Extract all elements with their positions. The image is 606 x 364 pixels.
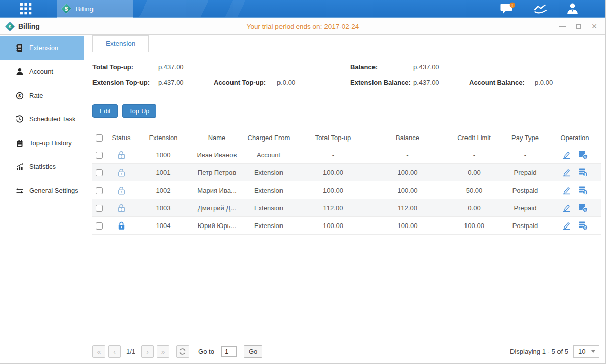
extension-topup-label: Extension Top-up: xyxy=(92,75,150,90)
row-checkbox[interactable] xyxy=(96,187,103,194)
cell-balance: 100.00 xyxy=(369,164,446,181)
account-balance-value: p.0.00 xyxy=(535,75,553,90)
lock-open-icon[interactable] xyxy=(117,168,126,177)
cell-credit-limit: 0.00 xyxy=(446,164,502,181)
cell-total-topup: 100.00 xyxy=(297,164,369,181)
total-topup-value: p.437.00 xyxy=(158,59,184,75)
cell-name: Юрий Юрь... xyxy=(194,217,240,235)
window-title: Billing xyxy=(18,22,40,30)
svg-text:$: $ xyxy=(584,208,586,212)
summary-panel: Total Top-up: p.437.00 Balance: p.437.00… xyxy=(92,59,601,90)
cell-name: Дмитрий Д... xyxy=(194,199,240,217)
table-row: 1004Юрий Юрь...Extension100.00100.00100.… xyxy=(92,217,601,235)
main-panel: Extension Total Top-up: p.437.00 Balance… xyxy=(84,35,605,364)
first-page-button[interactable]: « xyxy=(92,345,105,358)
tab-bar: Extension xyxy=(92,35,601,52)
top-up-coins-icon[interactable]: $ xyxy=(578,203,588,213)
sidebar-item-extension[interactable]: Extension xyxy=(0,36,84,60)
cell-credit-limit: 50.00 xyxy=(446,181,502,199)
sidebar-item-label: Rate xyxy=(29,92,43,99)
edit-button[interactable]: Edit xyxy=(92,104,118,118)
taskbar-tab-label: Billing xyxy=(76,5,94,13)
svg-text:$: $ xyxy=(65,6,68,12)
column-header-extension: Extension xyxy=(133,129,194,146)
cell-total-topup: 100.00 xyxy=(297,217,369,235)
row-checkbox[interactable] xyxy=(96,169,103,176)
last-page-button[interactable]: » xyxy=(157,345,169,358)
sidebar-item-top-up-history[interactable]: Top-up History xyxy=(0,131,84,155)
page-info: 1/1 xyxy=(126,348,135,355)
row-checkbox[interactable] xyxy=(96,152,103,159)
svg-text:$: $ xyxy=(584,172,586,176)
tab-extension[interactable]: Extension xyxy=(92,35,149,52)
trial-notice: Your trial period ends on: 2017-02-24 xyxy=(0,23,605,30)
lock-open-icon[interactable] xyxy=(117,186,126,195)
billing-window: $ Billing ! $ Billing Your trial period … xyxy=(0,0,606,364)
row-checkbox[interactable] xyxy=(96,205,103,212)
cell-name: Иван Иванов xyxy=(194,146,240,164)
cell-charged-from: Account xyxy=(240,146,297,164)
svg-text:$: $ xyxy=(18,93,21,98)
cell-extension: 1001 xyxy=(133,164,194,181)
extension-topup-value: p.437.00 xyxy=(158,75,184,90)
history-clock-icon xyxy=(15,115,24,123)
edit-pencil-icon[interactable] xyxy=(562,186,571,195)
billing-dollar-icon: $ xyxy=(61,3,72,14)
app-grid-icon[interactable] xyxy=(19,2,32,15)
select-all-checkbox[interactable] xyxy=(96,134,103,142)
column-header-charged-from: Charged From xyxy=(240,129,297,146)
cell-balance: 100.00 xyxy=(369,217,446,235)
column-header-total-top-up: Total Top-up xyxy=(297,129,369,146)
table-row: 1003Дмитрий Д...Extension112.00112.000.0… xyxy=(92,199,601,217)
cell-charged-from: Extension xyxy=(240,199,297,217)
prev-page-button[interactable]: ‹ xyxy=(108,345,121,358)
edit-pencil-icon[interactable] xyxy=(562,221,571,230)
sidebar-item-statistics[interactable]: Statistics xyxy=(0,155,84,178)
edit-pencil-icon[interactable] xyxy=(562,151,571,159)
sidebar-item-general-settings[interactable]: General Settings xyxy=(0,178,84,202)
page-size-select[interactable]: 10 xyxy=(573,345,599,358)
refresh-icon[interactable] xyxy=(176,345,189,358)
row-checkbox[interactable] xyxy=(96,222,103,230)
svg-text:$: $ xyxy=(9,23,12,29)
sidebar-item-rate[interactable]: $Rate xyxy=(0,83,84,107)
reports-chart-icon[interactable] xyxy=(533,3,548,15)
next-page-button[interactable]: › xyxy=(141,345,154,358)
sidebar-item-label: Top-up History xyxy=(29,139,72,147)
lock-open-icon[interactable] xyxy=(117,203,126,213)
balance-value: p.437.00 xyxy=(413,59,439,75)
top-up-button[interactable]: Top Up xyxy=(122,104,157,118)
edit-pencil-icon[interactable] xyxy=(562,204,571,212)
top-up-coins-icon[interactable]: $ xyxy=(578,168,588,177)
top-up-coins-icon[interactable]: $ xyxy=(578,221,588,231)
goto-page-input[interactable] xyxy=(221,346,237,357)
taskbar-tab-billing[interactable]: $ Billing xyxy=(57,0,133,18)
column-header-balance: Balance xyxy=(369,129,446,146)
cell-pay-type: Postpaid xyxy=(502,217,548,235)
close-icon[interactable]: × xyxy=(590,22,598,30)
go-button[interactable]: Go xyxy=(244,345,262,358)
top-up-coins-icon[interactable]: $ xyxy=(578,186,588,195)
cell-total-topup: 100.00 xyxy=(297,181,369,199)
edit-pencil-icon[interactable] xyxy=(562,168,571,177)
cell-name: Петр Петров xyxy=(194,164,240,181)
person-icon xyxy=(15,68,24,76)
extension-table-body: 1000Иван ИвановAccount----$1001Петр Петр… xyxy=(92,146,601,235)
table-header-row: StatusExtensionNameCharged FromTotal Top… xyxy=(92,129,601,146)
lock-open-icon[interactable] xyxy=(117,150,126,160)
sidebar-item-account[interactable]: Account xyxy=(0,60,84,83)
account-topup-label: Account Top-up: xyxy=(214,75,266,90)
total-topup-label: Total Top-up: xyxy=(92,59,133,75)
minimize-icon[interactable] xyxy=(558,22,566,30)
top-up-coins-icon[interactable]: $ xyxy=(578,150,588,160)
cell-balance: - xyxy=(369,146,446,164)
lock-closed-icon[interactable] xyxy=(117,221,126,231)
sidebar-item-scheduled-task[interactable]: Scheduled Task xyxy=(0,107,84,131)
goto-label: Go to xyxy=(198,348,214,355)
messages-icon[interactable]: ! xyxy=(500,2,516,16)
cell-pay-type: - xyxy=(502,146,548,164)
maximize-icon[interactable] xyxy=(574,22,582,30)
titlebar: $ Billing Your trial period ends on: 201… xyxy=(0,18,605,35)
cell-pay-type: Prepaid xyxy=(502,199,548,217)
user-account-icon[interactable] xyxy=(566,3,579,15)
